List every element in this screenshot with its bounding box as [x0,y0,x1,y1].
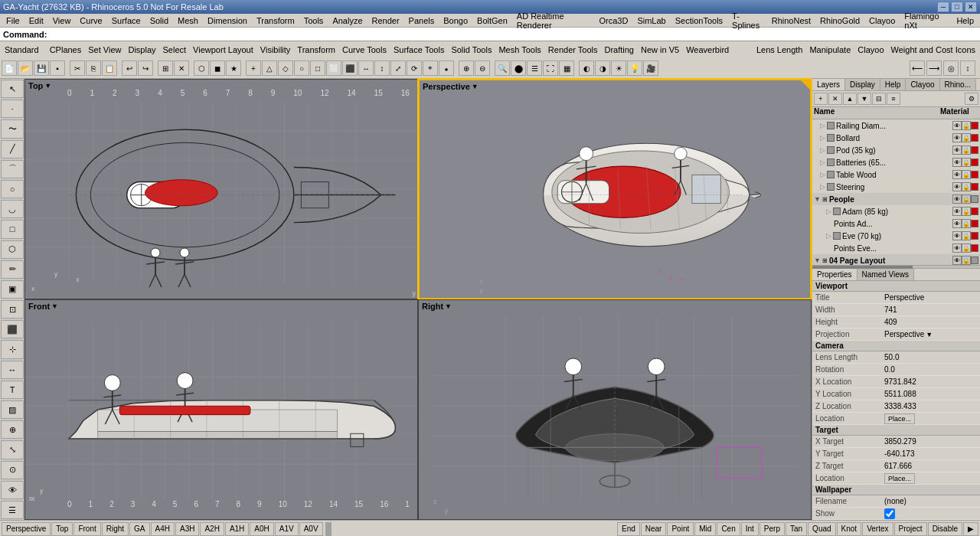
tb-meshtools[interactable]: Mesh Tools [495,45,544,54]
tb2[interactable]: △ [262,60,277,76]
snap-vertex[interactable]: Vertex [862,522,893,536]
tb-drafting[interactable]: Drafting [601,45,637,54]
tb-curvetools[interactable]: Curve Tools [339,45,390,54]
tb4[interactable]: ○ [294,60,309,76]
tab-a2h[interactable]: A2H [200,522,224,536]
save-button[interactable]: 💾 [34,60,49,76]
props-projection-dropdown[interactable]: Perspective ▼ [884,330,977,338]
tb16[interactable]: 🔍 [495,60,510,76]
rhino-tab[interactable]: Rhino... [940,79,976,90]
move-down-btn[interactable]: ▼ [858,93,871,105]
menu-rhinogold[interactable]: RhinoGold [815,15,864,26]
text-tool[interactable]: T [1,381,24,399]
menu-tsplines[interactable]: T-Splines [727,11,767,31]
tb18[interactable]: ☰ [527,60,542,76]
menu-panels[interactable]: Panels [404,15,439,26]
cut-btn[interactable]: ✂ [70,60,85,76]
tb22[interactable]: ◑ [595,60,610,76]
list-item[interactable]: ▷ Railing Diam... 👁 🔒 [812,119,980,132]
tb-clayoo[interactable]: Clayoo [854,45,887,54]
tb15[interactable]: ⊖ [475,60,490,76]
snap-project[interactable]: Project [894,522,927,536]
line-tool[interactable]: ╱ [1,140,24,159]
help-tab[interactable]: Help [880,79,906,90]
tb-solidtools[interactable]: Solid Tools [448,45,495,54]
viewport-right-label[interactable]: Right ▼ [422,302,452,311]
paste-btn[interactable]: 📋 [102,60,117,76]
clayoo-tab[interactable]: Clayoo [906,79,939,90]
tb-visibility[interactable]: Visibility [257,45,294,54]
tb-transform[interactable]: Transform [294,45,338,54]
tb-surfacetools[interactable]: Surface Tools [390,45,447,54]
freeform-tool[interactable]: ✏ [1,260,24,279]
transform-tool[interactable]: ⤡ [1,440,24,459]
tb-manipulate[interactable]: Manipulate [806,45,854,54]
menu-rhinonest[interactable]: RhinoNest [767,15,815,26]
tb20[interactable]: ▦ [559,60,574,76]
menu-tools[interactable]: Tools [299,15,328,26]
filter-btn[interactable]: ⊟ [872,93,886,105]
viewport-perspective[interactable]: Perspective ▼ [418,79,812,299]
menu-transform[interactable]: Transform [252,15,299,26]
tab-a0h[interactable]: A0H [250,522,273,536]
menu-adrr[interactable]: AD Realtime Renderer [512,11,595,31]
tb-weaverbird[interactable]: Weaverbird [683,45,732,54]
view-tool[interactable]: 👁 [1,481,24,499]
list-item[interactable]: ▷ Pod (35 kg) 👁 🔒 [812,144,980,156]
menu-solid[interactable]: Solid [145,15,173,26]
camera-place-button[interactable]: Place... [884,413,915,424]
list-item[interactable]: ▷ Batteries (65... 👁 🔒 [812,156,980,168]
snap-near[interactable]: Near [641,522,667,536]
polyline-tool[interactable]: ⌒ [1,160,24,178]
snap-int[interactable]: Int [741,522,759,536]
tab-a1h[interactable]: A1H [225,522,249,536]
viewport-front-label[interactable]: Front ▼ [28,302,58,311]
settings-btn[interactable]: ⚙ [965,93,978,105]
tb21[interactable]: ◐ [579,60,594,76]
snap-disable[interactable]: Disable [928,522,962,536]
extrude-tool[interactable]: ⊡ [1,300,24,319]
menu-simlab[interactable]: SimLab [632,15,670,26]
circle-tool[interactable]: ○ [1,180,24,198]
top-dropdown-icon[interactable]: ▼ [44,82,51,90]
tab-perspective[interactable]: Perspective [2,522,51,536]
list-item[interactable]: Points Eve... 👁 🔒 [825,242,980,254]
arc-tool[interactable]: ◡ [1,200,24,218]
tb-newv5[interactable]: New in V5 [638,45,682,54]
lens-btn4[interactable]: ↕ [960,60,975,76]
tb-select[interactable]: Select [160,45,190,54]
delete-layer-btn[interactable]: ✕ [828,93,842,105]
undo-btn[interactable]: ↩ [122,60,137,76]
open-button[interactable]: 📂 [18,60,33,76]
point-tool[interactable]: · [1,100,24,118]
props-tab-namedviews[interactable]: Named Views [858,269,915,280]
snap-options-btn[interactable]: ▶ [963,522,978,536]
list-item[interactable]: ▼ ⊞ People 👁 🔒 [812,193,980,205]
menu-curve[interactable]: Curve [75,15,106,26]
tab-a3h[interactable]: A3H [175,522,199,536]
render-btn[interactable]: ★ [226,60,241,76]
tb3[interactable]: ◇ [278,60,293,76]
menu-edit[interactable]: Edit [24,15,48,26]
list-item[interactable]: ▷ Eve (70 kg) 👁 🔒 [818,230,980,242]
tb5[interactable]: □ [310,60,325,76]
list-item[interactable]: Points Ad... 👁 🔒 [825,217,980,230]
shade-btn[interactable]: ◼ [210,60,225,76]
tb24[interactable]: 💡 [627,60,642,76]
list-item[interactable]: ▷ Steering 👁 🔒 [812,181,980,193]
hatch-tool[interactable]: ▨ [1,400,24,419]
layers-tab[interactable]: Layers [812,79,845,90]
viewport-top[interactable]: Top ▼ 01234567891012141516 [24,79,418,299]
menu-clayoo[interactable]: Clayoo [864,15,900,26]
copy-btn[interactable]: ⎘ [86,60,101,76]
lens-btn2[interactable]: ⟶ [926,60,942,76]
match-btn[interactable]: ≡ [887,93,900,105]
mesh-tool[interactable]: ⊹ [1,340,24,358]
select-tool[interactable]: ↖ [1,80,24,98]
tb6[interactable]: ⬜ [326,60,341,76]
save-small[interactable]: ▪ [50,60,65,76]
tab-right[interactable]: Right [102,522,129,536]
tab-ga[interactable]: GA [129,522,149,536]
solid-tool[interactable]: ⬛ [1,320,24,338]
analysis-tool[interactable]: ⊕ [1,420,24,439]
